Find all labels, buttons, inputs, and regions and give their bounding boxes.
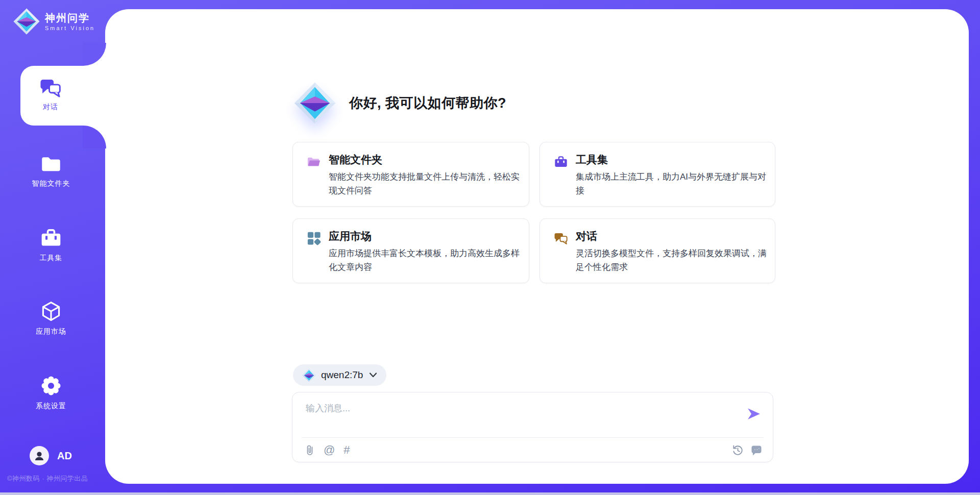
sidebar-item-app-market[interactable]: 应用市场 [0, 300, 102, 336]
model-name: qwen2:7b [321, 369, 363, 381]
chat-bubbles-icon [554, 231, 568, 245]
card-chat[interactable]: 对话 灵活切换多模型文件，支持多样回复效果调试，满足个性化需求 [540, 218, 775, 283]
chevron-down-icon [369, 372, 377, 378]
send-button[interactable] [747, 408, 761, 420]
gem-logo-icon [302, 368, 316, 382]
chat-bubbles-icon [39, 77, 62, 99]
card-smart-folder[interactable]: 智能文件夹 智能文件夹功能支持批量文件上传与清洗，轻松实现文件问答 [292, 142, 529, 207]
sidebar-item-label: 工具集 [40, 254, 63, 263]
card-title: 对话 [576, 229, 597, 243]
app-logo: 神州问学 Smart Vision [13, 8, 95, 35]
window-bottom-edge [0, 492, 980, 495]
app-subtitle: Smart Vision [45, 25, 95, 31]
user-name: AD [57, 450, 72, 462]
sidebar-item-smart-folder[interactable]: 智能文件夹 [0, 152, 102, 188]
paperclip-icon [305, 444, 315, 456]
card-description: 应用市场提供丰富长文本模板，助力高效生成多样化文章内容 [329, 246, 521, 274]
composer-toolbar: @ # [305, 441, 763, 459]
folder-open-icon [307, 155, 321, 169]
card-title: 智能文件夹 [329, 153, 382, 167]
cube-icon [40, 300, 62, 323]
sidebar-item-label: 对话 [25, 103, 76, 112]
folder-icon [40, 152, 62, 175]
conversation-button[interactable] [750, 444, 763, 456]
card-description: 智能文件夹功能支持批量文件上传与清洗，轻松实现文件问答 [329, 170, 521, 197]
history-clock-icon [731, 444, 744, 457]
sidebar-item-toolset[interactable]: 工具集 [0, 227, 102, 263]
greeting-title: 你好, 我可以如何帮助你? [349, 94, 506, 112]
user-profile[interactable]: AD [30, 446, 72, 465]
sidebar-item-label: 系统设置 [36, 402, 66, 411]
send-icon [747, 408, 761, 420]
sidebar-item-chat[interactable]: 对话 [20, 66, 107, 126]
card-description: 灵活切换多模型文件，支持多样回复效果调试，满足个性化需求 [576, 246, 768, 274]
sidebar-footer: ©神州数码 · 神州问学出品 [7, 474, 88, 483]
message-composer: @ # [292, 392, 773, 462]
gem-logo-icon [13, 8, 40, 35]
toolbox-icon [554, 155, 568, 169]
toolbox-icon [40, 227, 62, 249]
gem-logo-icon [294, 82, 336, 125]
card-toolset[interactable]: 工具集 集成市场上主流工具，助力AI与外界无缝扩展与对接 [540, 142, 775, 207]
sidebar-item-label: 智能文件夹 [32, 179, 70, 188]
mention-button[interactable]: @ [324, 444, 335, 456]
sidebar-item-settings[interactable]: 系统设置 [0, 375, 102, 411]
tab-connector-bottom [83, 126, 106, 148]
tab-connector-top [83, 43, 106, 66]
greeting-row: 你好, 我可以如何帮助你? [294, 82, 506, 125]
attachment-button[interactable] [305, 444, 315, 456]
grid-icon [307, 231, 321, 245]
composer-divider [302, 437, 764, 438]
avatar [30, 446, 49, 465]
card-description: 集成市场上主流工具，助力AI与外界无缝扩展与对接 [576, 170, 768, 197]
chat-bubble-filled-icon [750, 444, 763, 456]
app-title: 神州问学 [45, 12, 95, 24]
model-selector[interactable]: qwen2:7b [293, 364, 386, 386]
card-title: 应用市场 [329, 229, 372, 243]
gear-icon [40, 375, 62, 397]
card-app-market[interactable]: 应用市场 应用市场提供丰富长文本模板，助力高效生成多样化文章内容 [292, 218, 529, 283]
message-input[interactable] [305, 400, 723, 417]
card-title: 工具集 [576, 153, 608, 167]
hashtag-button[interactable]: # [344, 444, 350, 456]
history-button[interactable] [731, 444, 744, 457]
sidebar-item-label: 应用市场 [36, 327, 66, 336]
page: 神州问学 Smart Vision 对话 智能文件夹 工具集 应用市场 系统设置… [0, 0, 980, 495]
person-icon [33, 450, 45, 462]
